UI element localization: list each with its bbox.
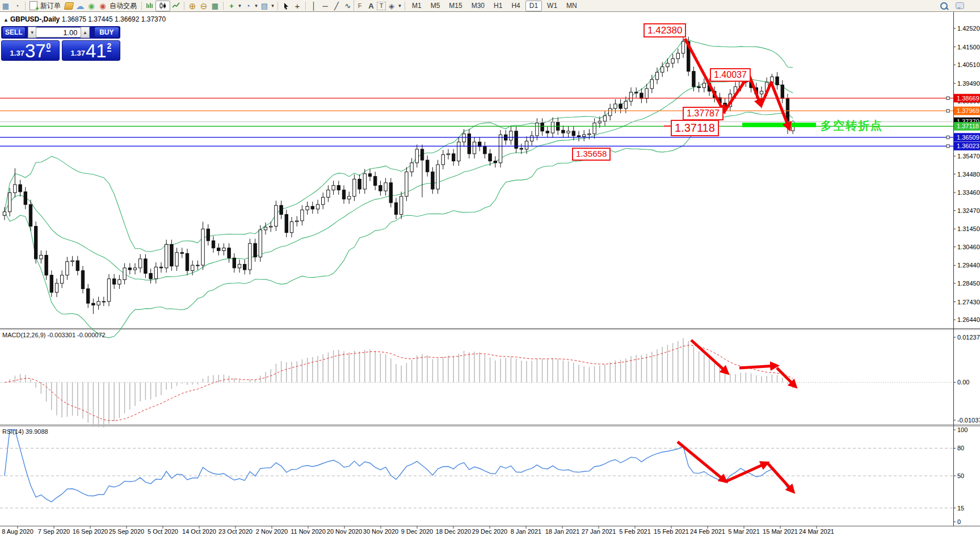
buy-button[interactable]: BUY <box>94 27 119 38</box>
candle-body <box>389 183 392 203</box>
time-axis-label[interactable]: 5 Feb 2021 <box>619 528 651 535</box>
price-callout-1.42380[interactable]: 1.42380 <box>643 23 686 37</box>
signals-icon[interactable]: ◉ <box>86 1 97 11</box>
periods-icon[interactable]: ◔ <box>242 1 254 11</box>
candle-body <box>275 206 277 227</box>
candle-body <box>40 256 43 259</box>
time-axis-label[interactable]: 25 Sep 2020 <box>109 528 144 535</box>
volume-decrease-button[interactable]: ▼ <box>28 27 36 38</box>
bar-chart-icon[interactable] <box>144 1 155 11</box>
price-callout-1.37787[interactable]: 1.37787 <box>683 107 724 120</box>
candle-body <box>139 259 142 268</box>
periods-dropdown-icon[interactable]: ▾ <box>254 3 259 9</box>
time-axis-label[interactable]: 18 Jan 2021 <box>545 528 580 535</box>
trend-arrow[interactable] <box>726 463 767 481</box>
time-axis-label[interactable]: 14 Oct 2020 <box>182 528 216 535</box>
notifications-icon[interactable] <box>954 1 965 11</box>
templates-dropdown-icon[interactable]: ▾ <box>270 3 275 9</box>
autotrading-icon[interactable]: ◉ <box>97 1 108 11</box>
candle-body <box>165 244 168 267</box>
time-axis-label[interactable]: 27 Jan 2021 <box>582 528 616 535</box>
time-axis-label[interactable]: 24 Mar 2021 <box>799 528 834 535</box>
time-axis-label[interactable]: 5 Mar 2021 <box>728 528 760 535</box>
cursor-icon[interactable] <box>280 1 292 11</box>
line-chart-icon[interactable] <box>170 1 182 11</box>
time-axis-label[interactable]: 23 Oct 2020 <box>218 528 253 535</box>
candlestick-chart-icon[interactable] <box>155 1 170 11</box>
timeframe-m15-button[interactable]: M15 <box>445 1 466 11</box>
timeframe-d1-button[interactable]: D1 <box>525 1 542 11</box>
price-callout-1.37118[interactable]: 1.37118 <box>671 120 719 136</box>
time-axis-label[interactable]: 29 Dec 2020 <box>472 528 507 535</box>
buy-price-display[interactable]: 1.37412 <box>62 40 120 61</box>
crosshair-icon[interactable]: + <box>292 1 303 11</box>
volume-input[interactable] <box>36 27 81 37</box>
timeframe-m5-button[interactable]: M5 <box>427 1 444 11</box>
price-badge-label: 1.36509 <box>957 134 979 141</box>
time-axis-label[interactable]: 30 Nov 2020 <box>363 528 398 535</box>
time-axis-label[interactable]: 18 Dec 2020 <box>436 528 471 535</box>
profile-icon[interactable]: ▦ <box>0 1 11 11</box>
time-axis-label[interactable]: 11 Nov 2020 <box>291 528 326 535</box>
support-highlight-bar[interactable] <box>742 123 816 127</box>
candle-body <box>531 136 533 141</box>
timeframe-mn-button[interactable]: MN <box>562 1 581 11</box>
horizontal-line-icon[interactable]: ─ <box>319 1 331 11</box>
trend-arrow[interactable] <box>767 463 793 492</box>
time-axis-label[interactable]: 5 Oct 2020 <box>148 528 178 535</box>
time-axis-label[interactable]: 24 Feb 2021 <box>690 528 725 535</box>
time-axis-label[interactable]: 2 Nov 2020 <box>256 528 288 535</box>
strategy-tester-icon[interactable]: ◔ <box>11 1 23 11</box>
time-axis-label[interactable]: 9 Dec 2020 <box>401 528 433 535</box>
community-icon[interactable]: ☁ <box>74 1 86 11</box>
price-callout-1.40037[interactable]: 1.40037 <box>710 68 751 82</box>
price-callout-1.35658[interactable]: 1.35658 <box>572 148 611 161</box>
trendline-icon[interactable]: ╱ <box>331 1 342 11</box>
timeframe-h4-button[interactable]: H4 <box>507 1 524 11</box>
zoom-in-icon[interactable]: ⊕ <box>187 1 198 11</box>
candle-body <box>123 268 126 280</box>
axis-tick-label: 1.35470 <box>957 153 980 160</box>
time-axis-label[interactable]: 8 Jan 2021 <box>511 528 541 535</box>
timeframe-h1-button[interactable]: H1 <box>490 1 506 11</box>
turning-point-annotation[interactable]: 多空转折点 <box>821 118 883 133</box>
candle-body <box>301 210 304 221</box>
zoom-out-icon[interactable]: ⊖ <box>198 1 209 11</box>
indicators-dropdown-icon[interactable]: ▾ <box>237 3 242 9</box>
main-price-axis: 1.425201.415001.405101.394901.385001.374… <box>953 25 980 323</box>
tile-windows-icon[interactable]: ▦ <box>209 1 221 11</box>
chart-canvas[interactable]: 1.425201.415001.405101.394901.385001.374… <box>0 0 980 536</box>
volume-increase-button[interactable]: ▲ <box>81 27 89 38</box>
vertical-line-icon[interactable]: │ <box>308 1 319 11</box>
time-axis-label[interactable]: 15 Feb 2021 <box>654 528 689 535</box>
timeframe-m30-button[interactable]: M30 <box>468 1 489 11</box>
trend-arrow[interactable] <box>777 368 796 387</box>
timeframe-m1-button[interactable]: M1 <box>408 1 426 11</box>
templates-icon[interactable]: ▤ <box>259 1 270 11</box>
candle-body <box>593 123 596 134</box>
time-axis-label[interactable]: 16 Sep 2020 <box>73 528 108 535</box>
equidistant-channel-icon[interactable]: ∿ <box>342 1 354 11</box>
market-watch-icon[interactable] <box>63 1 74 11</box>
trend-arrow[interactable] <box>739 366 777 368</box>
shapes-icon[interactable]: ◈ <box>386 1 397 11</box>
candle-body <box>520 148 523 149</box>
fibonacci-icon[interactable]: F <box>354 1 365 11</box>
text-label-icon[interactable]: T <box>377 2 386 10</box>
time-axis-label[interactable]: 15 Mar 2021 <box>763 528 798 535</box>
new-order-button[interactable]: + 新订单 <box>28 0 63 11</box>
autotrading-label[interactable]: 自动交易 <box>110 1 137 11</box>
shapes-dropdown-icon[interactable]: ▾ <box>397 3 402 9</box>
search-icon[interactable] <box>938 1 949 11</box>
candle-body <box>14 185 16 192</box>
time-axis-label[interactable]: 20 Nov 2020 <box>327 528 362 535</box>
time-axis-label[interactable]: 7 Sep 2020 <box>38 528 70 535</box>
text-tool-icon[interactable]: A <box>365 1 377 11</box>
timeframe-w1-button[interactable]: W1 <box>543 1 561 11</box>
candle-body <box>322 197 325 204</box>
candle-body <box>3 212 6 215</box>
indicators-icon[interactable]: + <box>226 1 237 11</box>
time-axis-label[interactable]: 8 Aug 2020 <box>2 528 33 535</box>
sell-button[interactable]: SELL <box>2 27 26 38</box>
sell-price-display[interactable]: 1.37370 <box>1 40 60 61</box>
